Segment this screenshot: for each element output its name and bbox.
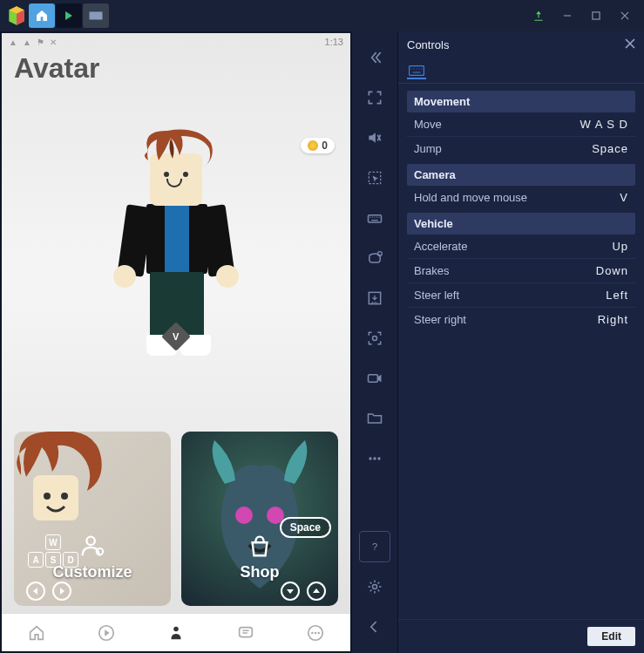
back-button[interactable] (359, 611, 390, 643)
minimize-button[interactable] (553, 2, 581, 30)
ctrl-row: Steer leftLeft (407, 283, 635, 308)
svg-rect-23 (369, 375, 378, 382)
close-window-button[interactable] (611, 2, 639, 30)
nav-play[interactable] (85, 614, 127, 652)
ctrl-label: Brakes (414, 264, 449, 277)
ctrl-section: CameraHold and move mouseV (407, 164, 635, 209)
svg-point-28 (373, 585, 377, 589)
page-title: Avatar (2, 47, 350, 85)
right-arrow-button[interactable] (52, 582, 71, 601)
ctrl-row: MoveW A S D (407, 112, 635, 137)
svg-point-15 (315, 631, 316, 633)
svg-text:APK: APK (371, 301, 379, 305)
collapse-toolbar-button[interactable] (359, 42, 390, 73)
svg-rect-18 (369, 215, 382, 222)
tab-app-game[interactable] (83, 3, 109, 28)
card-shop[interactable]: Space Shop (181, 432, 338, 606)
ctrl-section: MovementMoveW A S DJumpSpace (407, 91, 635, 160)
panel-tab-keyboard[interactable] (407, 64, 426, 79)
nav-avatar[interactable] (155, 614, 197, 652)
ctrl-heading: Camera (407, 164, 635, 186)
left-arrow-button[interactable] (26, 582, 45, 601)
screenshot-button[interactable] (359, 323, 390, 354)
cursor-lock-button[interactable] (359, 162, 390, 194)
panel-close-button[interactable] (625, 38, 635, 51)
svg-point-25 (373, 457, 376, 459)
avatar-figure: V (106, 119, 246, 363)
ctrl-label: Steer left (414, 289, 459, 302)
more-button[interactable] (359, 443, 390, 474)
panel-tabs (398, 58, 644, 84)
ctrl-label: Accelerate (414, 240, 467, 253)
avatar-stage: V (2, 85, 350, 432)
ctrl-label: Steer right (414, 313, 466, 326)
svg-point-8 (235, 507, 253, 524)
x-icon: ✕ (50, 37, 57, 47)
gamepad-button[interactable] (359, 242, 390, 274)
ctrl-heading: Vehicle (407, 213, 635, 235)
ctrl-key[interactable]: Left (606, 289, 628, 302)
record-button[interactable] (359, 363, 390, 394)
bag-icon (247, 533, 273, 559)
tab-app-home[interactable] (29, 3, 55, 28)
ctrl-key[interactable]: V (620, 191, 628, 204)
status-bar: ▲ ▲ ⚑ ✕ 1:13 (2, 33, 350, 47)
nav-chat[interactable] (225, 614, 267, 652)
upload-button[interactable] (525, 2, 552, 30)
card-customize[interactable]: W A S D Customize (14, 432, 171, 606)
bluestacks-logo (5, 4, 28, 27)
ctrl-label: Move (414, 118, 442, 131)
titlebar (0, 0, 644, 31)
ctrl-key[interactable]: Up (612, 240, 628, 253)
svg-point-4 (44, 493, 51, 500)
panel-title: Controls (407, 38, 449, 51)
nav-more[interactable] (295, 614, 336, 652)
ctrl-row: JumpSpace (407, 137, 635, 160)
flag-icon: ⚑ (37, 37, 44, 47)
svg-point-14 (311, 631, 313, 633)
warning-icon: ▲ (23, 37, 31, 47)
nav-home[interactable] (16, 614, 58, 652)
svg-point-11 (173, 626, 179, 631)
warning-icon: ▲ (9, 37, 17, 47)
svg-point-24 (369, 457, 371, 459)
svg-rect-0 (90, 12, 103, 20)
edit-button[interactable]: Edit (587, 627, 635, 646)
help-button[interactable]: ? (359, 531, 390, 562)
svg-point-22 (373, 337, 377, 341)
fullscreen-button[interactable] (359, 82, 390, 113)
keyboard-button[interactable] (359, 202, 390, 234)
svg-rect-2 (593, 12, 600, 19)
svg-point-26 (377, 457, 380, 459)
volume-button[interactable] (359, 122, 390, 153)
folder-button[interactable] (359, 403, 390, 434)
ctrl-row: BrakesDown (407, 259, 635, 283)
ctrl-key[interactable]: Down (596, 264, 628, 277)
apk-button[interactable]: APK (359, 282, 390, 314)
tab-app-playstore[interactable] (56, 3, 82, 28)
card-shop-label: Shop (181, 563, 338, 582)
controls-panel: Controls MovementMoveW A S DJumpSpaceCam… (397, 31, 644, 653)
cards-row: W A S D Customize (2, 432, 350, 613)
svg-point-5 (61, 493, 68, 500)
up-arrow-button[interactable] (307, 582, 326, 601)
ctrl-key[interactable]: Right (598, 313, 628, 326)
clock-time: 1:13 (325, 37, 343, 47)
settings-button[interactable] (359, 571, 390, 602)
ctrl-heading: Movement (407, 91, 635, 112)
space-key-overlay: Space (280, 517, 331, 538)
svg-rect-1 (564, 15, 571, 16)
bottom-nav (2, 613, 350, 651)
ctrl-key[interactable]: W A S D (580, 118, 628, 131)
maximize-button[interactable] (582, 2, 610, 30)
svg-rect-12 (240, 627, 253, 636)
ctrl-key[interactable]: Space (592, 142, 628, 155)
svg-point-16 (317, 631, 319, 633)
down-arrow-button[interactable] (281, 582, 300, 601)
ctrl-label: Jump (414, 142, 442, 155)
ctrl-row: Steer rightRight (407, 308, 635, 331)
game-viewport[interactable]: ▲ ▲ ⚑ ✕ 1:13 Avatar 0 (0, 31, 352, 653)
card-customize-label: Customize (14, 563, 171, 582)
svg-text:?: ? (372, 541, 378, 552)
ctrl-label: Hold and move mouse (414, 191, 527, 204)
